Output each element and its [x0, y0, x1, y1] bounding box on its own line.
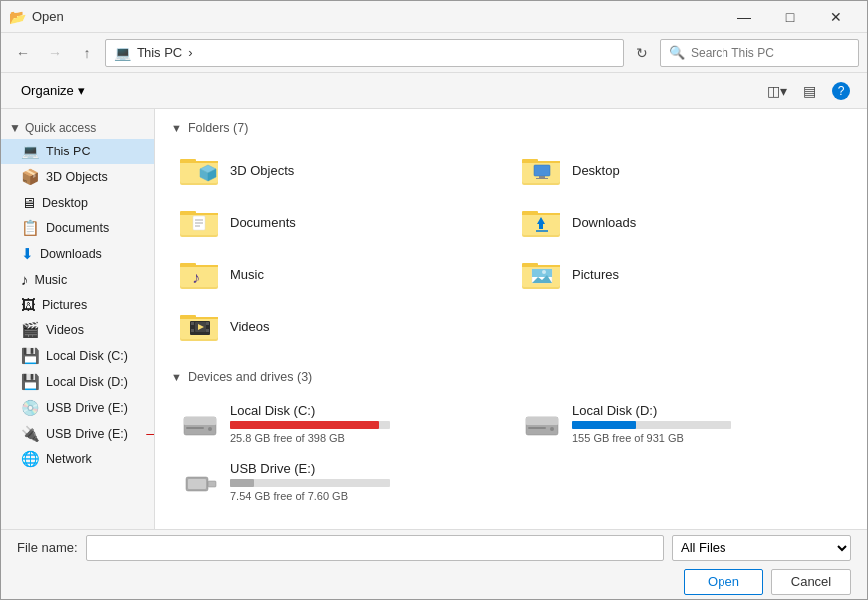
sidebar-item-local-disk-d-label: Local Disk (D:)	[46, 375, 128, 389]
search-input[interactable]	[691, 46, 850, 60]
folder-item-downloads[interactable]: Downloads	[513, 198, 851, 246]
pictures-folder-icon	[522, 257, 562, 291]
view-dropdown-icon: ▾	[780, 83, 787, 99]
local-c-info: Local Disk (C:) 25.8 GB free of 398 GB	[230, 403, 500, 444]
sidebar-item-videos-label: Videos	[46, 323, 84, 337]
usb-e-bar-bg	[230, 479, 390, 487]
sidebar-item-network-label: Network	[46, 452, 92, 466]
sidebar-item-usb-drive-e1[interactable]: 💿 USB Drive (E:)	[1, 395, 154, 421]
search-icon: 🔍	[669, 45, 685, 60]
sidebar-item-usb-drive-e2[interactable]: 🔌 USB Drive (E:) →	[1, 421, 154, 447]
file-name-label: File name:	[17, 540, 78, 555]
svg-rect-47	[191, 329, 194, 332]
organize-label: Organize	[21, 83, 74, 98]
file-name-row: File name: All Files	[17, 535, 851, 561]
videos-icon: 🎬	[21, 321, 40, 339]
toolbar-right: ◫ ▾ ▤ ?	[763, 77, 855, 105]
up-button[interactable]: ↑	[73, 39, 101, 67]
this-pc-sidebar-icon: 💻	[21, 143, 40, 160]
maximize-button[interactable]: □	[767, 1, 813, 33]
open-dialog: 📂 Open — □ ✕ ← → ↑ 💻 This PC › ↻ 🔍 Organ…	[0, 0, 868, 600]
folder-videos-name: Videos	[230, 319, 270, 334]
window-icon: 📂	[9, 9, 26, 25]
svg-rect-11	[534, 165, 550, 176]
desktop-icon: 🖥	[21, 194, 36, 211]
open-button[interactable]: Open	[684, 569, 763, 595]
bottom-buttons: Open Cancel	[17, 569, 851, 595]
sidebar-quick-access-header[interactable]: ▼ Quick access	[1, 117, 154, 139]
svg-rect-55	[186, 427, 204, 429]
folder-item-pictures[interactable]: Pictures	[513, 250, 851, 298]
sidebar-item-downloads[interactable]: ⬇ Downloads	[1, 241, 154, 267]
folders-grid: 3D Objects	[171, 147, 851, 350]
minimize-button[interactable]: —	[722, 1, 767, 33]
sidebar-item-local-disk-d[interactable]: 💾 Local Disk (D:)	[1, 369, 154, 395]
folder-item-desktop[interactable]: Desktop	[513, 147, 851, 194]
sidebar-item-3d-objects-label: 3D Objects	[46, 170, 108, 184]
back-button[interactable]: ←	[9, 39, 37, 67]
svg-rect-57	[526, 417, 558, 425]
svg-rect-59	[528, 427, 546, 429]
file-type-select[interactable]: All Files	[672, 535, 851, 561]
device-item-usb-e[interactable]: USB Drive (E:) 7.54 GB free of 7.60 GB	[171, 454, 509, 509]
device-item-local-c[interactable]: Local Disk (C:) 25.8 GB free of 398 GB	[171, 396, 509, 450]
sidebar: ▼ Quick access 💻 This PC 📦 3D Objects 🖥 …	[1, 109, 155, 529]
local-d-info: Local Disk (D:) 155 GB free of 931 GB	[572, 403, 842, 444]
title-bar-left: 📂 Open	[9, 9, 64, 25]
svg-rect-49	[206, 329, 209, 332]
svg-rect-25	[522, 213, 560, 215]
folders-arrow-icon: ▼	[171, 122, 182, 134]
preview-pane-button[interactable]: ▤	[795, 77, 823, 105]
address-path[interactable]: 💻 This PC ›	[105, 39, 624, 67]
folder-item-videos[interactable]: Videos	[171, 302, 509, 350]
folder-item-documents[interactable]: Documents	[171, 198, 509, 246]
search-box[interactable]: 🔍	[660, 39, 859, 67]
folder-3d-objects-name: 3D Objects	[230, 163, 294, 178]
folders-section-header[interactable]: ▼ Folders (7)	[171, 121, 851, 135]
usb-e-info: USB Drive (E:) 7.54 GB free of 7.60 GB	[230, 461, 500, 502]
sidebar-item-desktop[interactable]: 🖥 Desktop	[1, 190, 154, 215]
devices-section-header[interactable]: ▼ Devices and drives (3)	[171, 370, 851, 384]
sidebar-item-this-pc-label: This PC	[46, 145, 90, 158]
sidebar-item-music[interactable]: ♪ Music	[1, 267, 154, 292]
cancel-button[interactable]: Cancel	[771, 569, 851, 595]
local-d-icon	[522, 407, 562, 441]
sidebar-item-usb-drive-e2-label: USB Drive (E:)	[46, 427, 128, 441]
organize-button[interactable]: Organize ▾	[13, 78, 93, 104]
folder-item-music[interactable]: ♪ Music	[171, 250, 509, 298]
sidebar-item-this-pc[interactable]: 💻 This PC	[1, 139, 154, 164]
3d-objects-folder-icon	[180, 153, 220, 187]
sidebar-item-desktop-label: Desktop	[42, 196, 88, 210]
sidebar-item-local-disk-c[interactable]: 💾 Local Disk (C:)	[1, 343, 154, 369]
svg-rect-12	[539, 176, 545, 178]
svg-rect-38	[532, 269, 552, 277]
view-button[interactable]: ◫ ▾	[763, 77, 791, 105]
view-icon: ◫	[767, 83, 780, 99]
quick-access-arrow: ▼	[9, 121, 21, 135]
sidebar-item-network[interactable]: 🌐 Network	[1, 447, 154, 472]
svg-rect-48	[206, 322, 209, 325]
sidebar-item-videos[interactable]: 🎬 Videos	[1, 317, 154, 343]
refresh-button[interactable]: ↻	[628, 39, 656, 67]
devices-grid: Local Disk (C:) 25.8 GB free of 398 GB	[171, 396, 851, 509]
videos-folder-icon	[180, 309, 220, 343]
desktop-folder-icon	[522, 153, 562, 187]
this-pc-icon: 💻	[114, 45, 131, 61]
folder-desktop-name: Desktop	[572, 163, 620, 178]
file-name-input[interactable]	[86, 535, 664, 561]
help-icon: ?	[832, 82, 850, 100]
sidebar-item-pictures-label: Pictures	[42, 298, 87, 312]
sidebar-item-music-label: Music	[35, 273, 68, 287]
device-item-local-d[interactable]: Local Disk (D:) 155 GB free of 931 GB	[513, 396, 851, 450]
toolbar: Organize ▾ ◫ ▾ ▤ ?	[1, 73, 867, 109]
folder-item-3d-objects[interactable]: 3D Objects	[171, 147, 509, 194]
local-d-bar-fill	[572, 421, 636, 429]
svg-rect-44	[180, 317, 218, 319]
sidebar-item-3d-objects[interactable]: 📦 3D Objects	[1, 164, 154, 190]
sidebar-item-documents[interactable]: 📋 Documents	[1, 215, 154, 241]
forward-button[interactable]: →	[41, 39, 69, 67]
sidebar-item-pictures[interactable]: 🖼 Pictures	[1, 292, 154, 317]
svg-rect-61	[208, 481, 216, 487]
close-button[interactable]: ✕	[813, 1, 859, 33]
help-button[interactable]: ?	[827, 77, 855, 105]
